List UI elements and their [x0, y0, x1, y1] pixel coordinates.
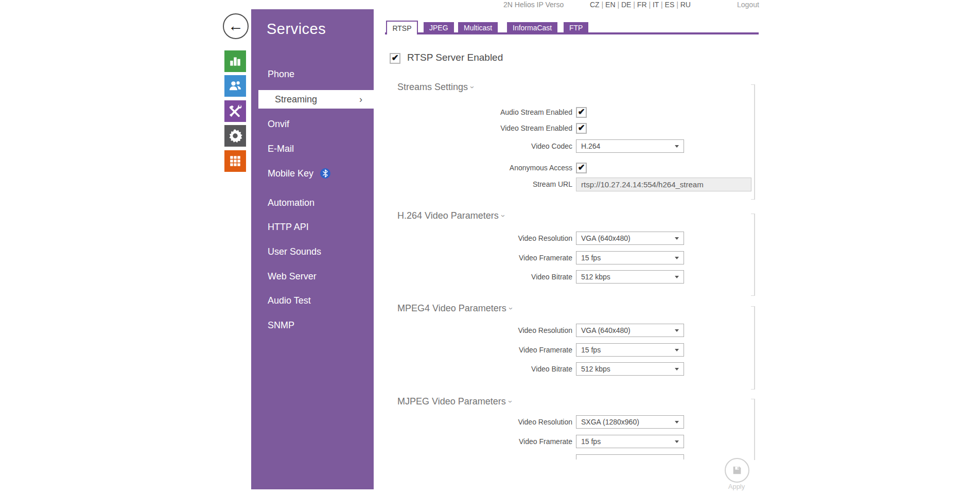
users-icon [228, 79, 242, 93]
sidebar-item-web-server[interactable]: Web Server [251, 267, 374, 286]
services-panel: Services Phone Streaming › Onvif E-Mail … [251, 9, 374, 489]
mpeg4-video-framerate-select[interactable]: 15 fps [576, 343, 684, 357]
tab-ftp[interactable]: FTP [564, 22, 588, 33]
chevron-down-icon: › [506, 400, 515, 403]
chevron-down-icon: › [507, 307, 516, 310]
form-row: Video Framerate 15 fps [397, 251, 758, 265]
form-row: Audio Stream Enabled [397, 105, 758, 119]
field-label: Video Framerate [397, 251, 572, 265]
mjpeg-video-framerate-select[interactable]: 15 fps [576, 435, 684, 448]
mpeg4-video-bitrate-select[interactable]: 512 kbps [576, 362, 684, 376]
sidebar-item-audio-test[interactable]: Audio Test [251, 291, 374, 310]
form-row [397, 454, 758, 468]
sidebar-item-email[interactable]: E-Mail [251, 139, 374, 158]
lang-it[interactable]: IT [647, 1, 659, 9]
lang-de[interactable]: DE [616, 1, 632, 9]
tab-rtsp[interactable]: RTSP [386, 21, 418, 34]
sidebar-item-streaming[interactable]: Streaming › [258, 90, 374, 109]
rtsp-server-enabled-label: RTSP Server Enabled [407, 52, 503, 63]
sidebar-item-mobile-key[interactable]: Mobile Key [251, 164, 374, 183]
apply-button[interactable] [725, 458, 749, 483]
section-header-h264[interactable]: H.264 Video Parameters› [397, 210, 505, 221]
form-row: Video Bitrate 512 kbps [397, 270, 758, 284]
video-stream-enabled-checkbox[interactable] [576, 123, 587, 134]
tab-informacast[interactable]: InformaCast [507, 22, 557, 33]
sidebar-item-phone[interactable]: Phone [251, 65, 374, 83]
mpeg4-video-resolution-select[interactable]: VGA (640x480) [576, 324, 684, 337]
form-row: Video Resolution VGA (640x480) [397, 232, 758, 245]
section-bracket [751, 399, 755, 460]
form-row: Stream URL rtsp://10.27.24.14:554/h264_s… [397, 178, 758, 191]
field-label: Video Codec [397, 139, 572, 153]
anonymous-access-checkbox[interactable] [576, 163, 587, 173]
lang-en[interactable]: EN [600, 1, 616, 9]
chevron-down-icon: › [468, 86, 477, 89]
field-label: Video Stream Enabled [397, 121, 572, 135]
form-row: Video Bitrate 512 kbps [397, 362, 758, 376]
chevron-down-icon: › [499, 215, 508, 217]
save-floppy-icon [731, 465, 743, 476]
lang-ru[interactable]: RU [674, 1, 691, 9]
back-arrow-icon: ← [228, 18, 243, 33]
sidebar-item-automation[interactable]: Automation [251, 193, 374, 212]
form-row: Video Stream Enabled [397, 121, 758, 135]
apply-button-label: Apply [719, 483, 755, 490]
mjpeg-video-resolution-select[interactable]: SXGA (1280x960) [576, 415, 684, 429]
field-label: Video Resolution [397, 232, 572, 245]
tab-underline [385, 32, 759, 34]
chevron-right-icon: › [359, 90, 362, 109]
form-row: Video Framerate 15 fps [397, 343, 758, 357]
field-label: Audio Stream Enabled [397, 105, 572, 119]
field-label: Stream URL [397, 178, 572, 191]
bluetooth-icon [320, 168, 330, 179]
video-codec-select[interactable]: H.264 [576, 139, 684, 153]
sidebar-item-http-api[interactable]: HTTP API [251, 218, 374, 236]
nav-system-button[interactable] [224, 150, 246, 172]
field-label: Anonymous Access [397, 161, 572, 175]
audio-stream-enabled-checkbox[interactable] [576, 107, 587, 118]
h264-video-bitrate-select[interactable]: 512 kbps [576, 270, 684, 284]
language-switcher: CZENDEFRITESRU [590, 1, 691, 9]
tab-multicast[interactable]: Multicast [458, 22, 498, 33]
field-label: Video Bitrate [397, 362, 572, 376]
field-label: Video Framerate [397, 435, 572, 449]
field-label: Video Bitrate [397, 270, 572, 284]
form-row: Video Framerate 15 fps [397, 435, 758, 449]
sidebar-item-onvif[interactable]: Onvif [251, 115, 374, 133]
product-title: 2N Helios IP Verso [503, 1, 564, 9]
form-row: Anonymous Access [397, 161, 758, 175]
stream-url-field[interactable]: rtsp://10.27.24.14:554/h264_stream [576, 178, 751, 191]
rtsp-server-enabled-checkbox[interactable] [390, 53, 400, 64]
mjpeg-partial-select[interactable] [576, 454, 684, 459]
field-label: Video Resolution [397, 324, 572, 338]
sidebar-item-snmp[interactable]: SNMP [251, 316, 374, 334]
logout-link[interactable]: Logout [737, 1, 759, 9]
lang-fr[interactable]: FR [631, 1, 646, 9]
section-header-mjpeg[interactable]: MJPEG Video Parameters› [397, 396, 512, 407]
panel-title: Services [267, 21, 326, 38]
bar-chart-icon [229, 55, 242, 68]
grid-icon [229, 154, 242, 168]
nav-hardware-button[interactable] [224, 100, 246, 122]
h264-video-resolution-select[interactable]: VGA (640x480) [576, 232, 684, 245]
lang-cz[interactable]: CZ [590, 1, 600, 9]
tab-jpeg[interactable]: JPEG [424, 22, 454, 33]
sidebar-item-user-sounds[interactable]: User Sounds [251, 242, 374, 261]
form-row: Video Resolution SXGA (1280x960) [397, 415, 758, 429]
lang-es[interactable]: ES [659, 1, 674, 9]
back-button[interactable]: ← [223, 13, 249, 39]
section-header-mpeg4[interactable]: MPEG4 Video Parameters› [397, 303, 513, 314]
form-row: Video Codec H.264 [397, 139, 758, 153]
sidebar-item-label: Streaming [275, 94, 317, 104]
gear-icon [227, 128, 243, 144]
tools-icon [228, 104, 242, 118]
nav-services-button[interactable] [224, 125, 246, 147]
sidebar-item-label: Mobile Key [268, 168, 313, 179]
field-label: Video Resolution [397, 415, 572, 429]
section-header-streams-settings[interactable]: Streams Settings› [397, 82, 474, 93]
h264-video-framerate-select[interactable]: 15 fps [576, 251, 684, 264]
nav-directory-button[interactable] [224, 75, 246, 97]
form-row: Video Resolution VGA (640x480) [397, 324, 758, 338]
nav-status-button[interactable] [224, 50, 246, 72]
field-label: Video Framerate [397, 343, 572, 357]
